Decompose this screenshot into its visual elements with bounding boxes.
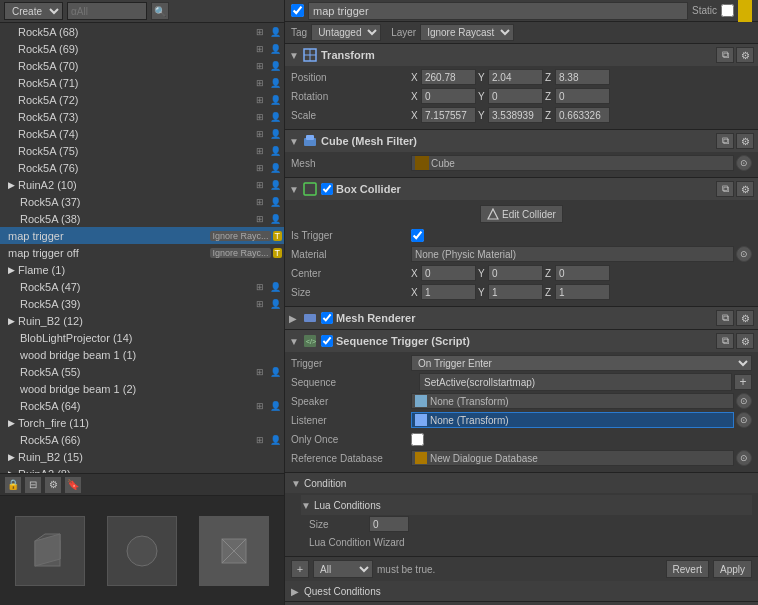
tag-select[interactable]: Untagged [311,24,381,41]
seqtrigger-copy-btn[interactable]: ⧉ [716,333,734,349]
apply-btn[interactable]: Apply [713,560,752,578]
center-x[interactable]: 0 [421,265,476,281]
lock-icon[interactable]: 🔒 [4,476,22,494]
layer-select[interactable]: Ignore Raycast [420,24,514,41]
transform-copy-btn[interactable]: ⧉ [716,47,734,63]
lua-conditions-header[interactable]: ▼ Lua Conditions [301,495,752,515]
map-trigger-item[interactable]: map trigger Ignore Rayc... T [0,227,284,244]
boxcollider-copy-btn[interactable]: ⧉ [716,181,734,197]
pos-x[interactable]: 260.78 [421,69,476,85]
center-z[interactable]: 0 [555,265,610,281]
sequence-plus-btn[interactable]: + [734,374,752,390]
inspector-header: map trigger Static [285,0,758,22]
create-dropdown[interactable]: Create [4,2,63,20]
ref-db-select-btn[interactable]: ⊙ [736,450,752,466]
mesh-renderer-header[interactable]: ▶ Mesh Renderer ⧉ ⚙ [285,307,758,329]
mesh-value-ref[interactable]: Cube [411,155,734,171]
static-checkbox[interactable] [721,4,734,17]
hierarchy-list[interactable]: Rock5A (68) ⊞👤 Rock5A (69) ⊞👤 Rock5A (70… [0,23,284,473]
speaker-ref[interactable]: None (Transform) [411,393,734,409]
list-item[interactable]: Rock5A (71) ⊞👤 [0,74,284,91]
center-y[interactable]: 0 [488,265,543,281]
list-item[interactable]: Rock5A (47) ⊞👤 [0,278,284,295]
material-select-btn[interactable]: ⊙ [736,246,752,262]
sequence-value[interactable]: SetActive(scrollstartmap) [419,373,732,391]
seq-trigger-enabled[interactable] [321,335,333,347]
scale-x[interactable]: 7.157557 [421,107,476,123]
list-item[interactable]: Rock5A (66) ⊞👤 [0,431,284,448]
condition-header[interactable]: ▼ Condition [285,473,758,493]
object-name-field[interactable]: map trigger [308,2,688,20]
meshrenderer-settings-btn[interactable]: ⚙ [736,310,754,326]
mesh-filter-header[interactable]: ▼ Cube (Mesh Filter) ⧉ ⚙ [285,130,758,152]
is-trigger-checkbox[interactable] [411,229,424,242]
map-trigger-off-item[interactable]: map trigger off Ignore Rayc... T [0,244,284,261]
pos-z[interactable]: 8.38 [555,69,610,85]
list-item[interactable]: ▶ Ruin_B2 (15) [0,448,284,465]
list-item[interactable]: ▶ RuinA2 (10) ⊞👤 [0,176,284,193]
size-x[interactable]: 1 [421,284,476,300]
lua-plus-btn[interactable]: + [291,560,309,578]
list-item[interactable]: Rock5A (74) ⊞👤 [0,125,284,142]
quest-conditions-header[interactable]: ▶ Quest Conditions [285,581,758,601]
boxcollider-settings-btn[interactable]: ⚙ [736,181,754,197]
condition-section: ▼ Condition ▼ Lua Conditions Size 0 Lua … [285,473,758,557]
bookmark-icon[interactable]: 🔖 [64,476,82,494]
transform-settings-btn[interactable]: ⚙ [736,47,754,63]
list-item[interactable]: Rock5A (68) ⊞👤 [0,23,284,40]
list-item[interactable]: BlobLightProjector (14) [0,329,284,346]
list-item[interactable]: wood bridge beam 1 (1) [0,346,284,363]
size-z[interactable]: 1 [555,284,610,300]
rot-y[interactable]: 0 [488,88,543,104]
only-once-checkbox[interactable] [411,433,424,446]
list-item[interactable]: ▶ Ruin_B2 (12) [0,312,284,329]
list-item[interactable]: wood bridge beam 1 (2) [0,380,284,397]
size-y[interactable]: 1 [488,284,543,300]
list-item[interactable]: Rock5A (38) ⊞👤 [0,210,284,227]
search-icon[interactable]: 🔍 [151,2,169,20]
listener-select-btn[interactable]: ⊙ [736,412,752,428]
revert-btn[interactable]: Revert [666,560,709,578]
list-item[interactable]: Rock5A (73) ⊞👤 [0,108,284,125]
lua-size-input[interactable]: 0 [369,516,409,532]
trigger-select[interactable]: On Trigger Enter [411,355,752,371]
search-input[interactable] [67,2,147,20]
edit-collider-btn[interactable]: Edit Collider [480,205,563,223]
mesh-renderer-enabled[interactable] [321,312,333,324]
list-item[interactable]: Rock5A (69) ⊞👤 [0,40,284,57]
list-item[interactable]: Rock5A (39) ⊞👤 [0,295,284,312]
list-item[interactable]: Rock5A (37) ⊞👤 [0,193,284,210]
meshfilter-copy-btn[interactable]: ⧉ [716,133,734,149]
mesh-select-btn[interactable]: ⊙ [736,155,752,171]
list-item[interactable]: Rock5A (70) ⊞👤 [0,57,284,74]
speaker-select-btn[interactable]: ⊙ [736,393,752,409]
material-ref[interactable]: None (Physic Material) [411,246,734,262]
all-select[interactable]: All [313,560,373,578]
box-collider-header[interactable]: ▼ Box Collider ⧉ ⚙ [285,178,758,200]
list-item[interactable]: ▶ RuinA2 (8) [0,465,284,473]
list-item[interactable]: Rock5A (72) ⊞👤 [0,91,284,108]
list-item[interactable]: Rock5A (55) ⊞👤 [0,363,284,380]
list-item[interactable]: Rock5A (76) ⊞👤 [0,159,284,176]
listener-ref[interactable]: None (Transform) [411,412,734,428]
ref-db-ref[interactable]: New Dialogue Database [411,450,734,466]
pos-y[interactable]: 2.04 [488,69,543,85]
mesh-filter-title: Cube (Mesh Filter) [321,135,713,147]
list-item[interactable]: Rock5A (75) ⊞👤 [0,142,284,159]
box-collider-enabled[interactable] [321,183,333,195]
sequence-trigger-header[interactable]: ▼ </> Sequence Trigger (Script) ⧉ ⚙ [285,330,758,352]
scale-z[interactable]: 0.663326 [555,107,610,123]
rot-z[interactable]: 0 [555,88,610,104]
list-item[interactable]: Rock5A (64) ⊞👤 [0,397,284,414]
seqtrigger-settings-btn[interactable]: ⚙ [736,333,754,349]
active-checkbox[interactable] [291,4,304,17]
settings-icon[interactable]: ⚙ [44,476,62,494]
transform-header[interactable]: ▼ Transform ⧉ ⚙ [285,44,758,66]
layers-icon[interactable]: ⊟ [24,476,42,494]
meshrenderer-copy-btn[interactable]: ⧉ [716,310,734,326]
rot-x[interactable]: 0 [421,88,476,104]
scale-y[interactable]: 3.538939 [488,107,543,123]
list-item[interactable]: ▶ Flame (1) [0,261,284,278]
meshfilter-settings-btn[interactable]: ⚙ [736,133,754,149]
list-item[interactable]: ▶ Torch_fire (11) [0,414,284,431]
